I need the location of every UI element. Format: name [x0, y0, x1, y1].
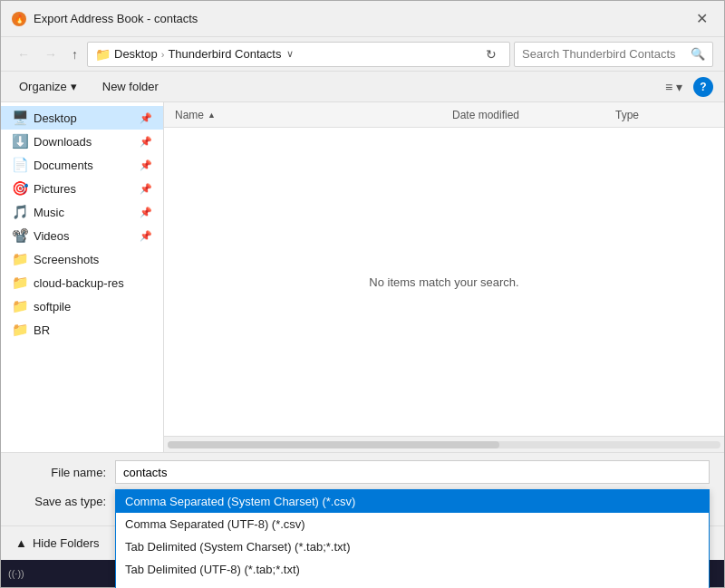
breadcrumb-sep1: › — [161, 49, 165, 60]
softpile-icon: 📁 — [12, 298, 28, 314]
save-as-row: Save as type: Comma Separated (System Ch… — [15, 489, 710, 513]
sidebar-label-cloud-backup: cloud-backup-res — [34, 276, 152, 290]
search-icon: 🔍 — [691, 47, 705, 61]
view-button[interactable]: ≡ ▾ — [660, 76, 688, 98]
file-name-label: File name: — [15, 466, 115, 479]
screenshots-icon: 📁 — [12, 251, 28, 267]
address-toolbar: ← → ↑ 📁 Desktop › Thunderbird Contacts ∨… — [1, 37, 724, 72]
save-as-label: Save as type: — [15, 495, 115, 508]
file-list: Name ▲ Date modified Type No items match… — [164, 102, 724, 452]
breadcrumb-thunderbird[interactable]: Thunderbird Contacts — [168, 47, 281, 61]
search-box[interactable]: 🔍 — [514, 42, 713, 67]
file-list-body: No items match your search. — [164, 128, 724, 436]
sidebar-label-downloads: Downloads — [34, 135, 134, 149]
organize-toolbar: Organize ▾ New folder ≡ ▾ ? — [1, 72, 724, 102]
sidebar-label-videos: Videos — [34, 229, 134, 243]
sidebar-item-br[interactable]: 📁 BR — [1, 318, 163, 342]
view-arrow-icon: ▾ — [676, 80, 682, 94]
file-name-row: File name: — [15, 460, 710, 484]
col-name-label: Name — [175, 109, 204, 121]
sidebar-item-pictures[interactable]: 🎯 Pictures 📌 — [1, 177, 163, 200]
new-folder-button[interactable]: New folder — [95, 76, 166, 97]
dropdown-item-csv-utf8[interactable]: Comma Separated (UTF-8) (*.csv) — [116, 513, 709, 535]
sidebar-item-desktop[interactable]: 🖥️ Desktop 📌 — [1, 106, 163, 130]
sidebar-label-documents: Documents — [34, 159, 134, 172]
downloads-icon: ⬇️ — [12, 133, 28, 149]
pin-icon-desktop: 📌 — [140, 112, 152, 124]
breadcrumb-desktop[interactable]: Desktop — [114, 47, 158, 61]
sidebar-item-music[interactable]: 🎵 Music 📌 — [1, 200, 163, 224]
organize-label: Organize — [19, 80, 67, 93]
window-title: Export Address Book - contacts — [34, 12, 198, 25]
folder-icon: 📁 — [95, 47, 111, 62]
sidebar-label-desktop: Desktop — [34, 111, 134, 125]
sidebar-label-pictures: Pictures — [34, 182, 134, 196]
desktop-icon: 🖥️ — [12, 110, 28, 126]
pin-icon-downloads: 📌 — [140, 136, 152, 148]
hscroll-track — [168, 441, 720, 448]
hide-folders-toggle[interactable]: ▲ Hide Folders — [15, 536, 100, 550]
sidebar-label-br: BR — [34, 323, 152, 337]
sidebar-item-softpile[interactable]: 📁 softpile — [1, 294, 163, 318]
col-date-header[interactable]: Date modified — [452, 109, 615, 121]
br-icon: 📁 — [12, 322, 28, 338]
pin-icon-documents: 📌 — [140, 159, 152, 171]
up-button[interactable]: ↑ — [66, 43, 83, 65]
back-button[interactable]: ← — [12, 43, 35, 65]
empty-message: No items match your search. — [369, 275, 518, 289]
pin-icon-music: 📌 — [140, 207, 152, 218]
bottom-section: File name: Save as type: Comma Separated… — [1, 452, 724, 525]
sidebar-item-screenshots[interactable]: 📁 Screenshots — [1, 247, 163, 271]
toolbar2-right: ≡ ▾ ? — [660, 76, 713, 98]
organize-button[interactable]: Organize ▾ — [12, 76, 84, 97]
sidebar: 🖥️ Desktop 📌 ⬇️ Downloads 📌 📄 Documents … — [1, 102, 164, 452]
search-input[interactable] — [522, 47, 687, 61]
videos-icon: 📽️ — [12, 227, 28, 244]
file-name-input[interactable] — [115, 460, 710, 484]
sidebar-item-videos[interactable]: 📽️ Videos 📌 — [1, 224, 163, 247]
app-icon: 🔥 — [12, 12, 26, 26]
pictures-icon: 🎯 — [12, 180, 28, 197]
dropdown-item-tab-utf8[interactable]: Tab Delimited (UTF-8) (*.tab;*.txt) — [116, 558, 709, 581]
documents-icon: 📄 — [12, 157, 28, 173]
sidebar-label-softpile: softpile — [34, 300, 152, 313]
organize-arrow-icon: ▾ — [71, 80, 77, 93]
col-type-label: Type — [615, 109, 639, 121]
title-bar-left: 🔥 Export Address Book - contacts — [12, 12, 198, 26]
sidebar-item-documents[interactable]: 📄 Documents 📌 — [1, 153, 163, 177]
address-dropdown-button[interactable]: ∨ — [285, 46, 295, 62]
view-icon: ≡ — [665, 80, 672, 94]
sidebar-label-music: Music — [34, 206, 134, 219]
sort-arrow-icon: ▲ — [208, 111, 216, 120]
wifi-indicator: ((·)) — [8, 568, 24, 579]
main-content: 🖥️ Desktop 📌 ⬇️ Downloads 📌 📄 Documents … — [1, 102, 724, 452]
export-address-book-window: 🔥 Export Address Book - contacts ✕ ← → ↑… — [0, 0, 725, 588]
toolbar2-left: Organize ▾ New folder — [12, 76, 166, 97]
dropdown-item-tab-system[interactable]: Tab Delimited (System Charset) (*.tab;*.… — [116, 535, 709, 558]
address-bar[interactable]: 📁 Desktop › Thunderbird Contacts ∨ ↻ — [87, 42, 510, 67]
col-type-header[interactable]: Type — [615, 109, 724, 121]
hscroll-thumb — [168, 441, 499, 448]
sidebar-label-screenshots: Screenshots — [34, 253, 152, 266]
dropdown-item-csv-system[interactable]: Comma Separated (System Charset) (*.csv) — [116, 490, 709, 513]
forward-button[interactable]: → — [39, 43, 63, 65]
save-as-dropdown-container: Comma Separated (System Charset) (*.csv)… — [115, 489, 710, 513]
refresh-button[interactable]: ↻ — [480, 43, 502, 65]
hide-folders-label: Hide Folders — [33, 536, 100, 550]
breadcrumb: Desktop › Thunderbird Contacts ∨ — [114, 46, 477, 62]
sidebar-item-cloud-backup[interactable]: 📁 cloud-backup-res — [1, 271, 163, 294]
horizontal-scrollbar[interactable] — [164, 436, 724, 452]
dropdown-item-vcard[interactable]: vCard (*.vcf) — [116, 581, 709, 588]
file-list-header: Name ▲ Date modified Type — [164, 102, 724, 128]
music-icon: 🎵 — [12, 204, 28, 220]
col-date-label: Date modified — [452, 109, 519, 121]
pin-icon-pictures: 📌 — [140, 183, 152, 195]
toggle-arrow-icon: ▲ — [15, 536, 27, 550]
help-button[interactable]: ? — [693, 77, 713, 97]
save-as-dropdown-list: Comma Separated (System Charset) (*.csv)… — [115, 489, 710, 588]
title-bar: 🔥 Export Address Book - contacts ✕ — [1, 1, 724, 37]
sidebar-item-downloads[interactable]: ⬇️ Downloads 📌 — [1, 130, 163, 153]
col-name-header[interactable]: Name ▲ — [164, 109, 452, 121]
pin-icon-videos: 📌 — [140, 230, 152, 242]
close-button[interactable]: ✕ — [691, 8, 713, 29]
